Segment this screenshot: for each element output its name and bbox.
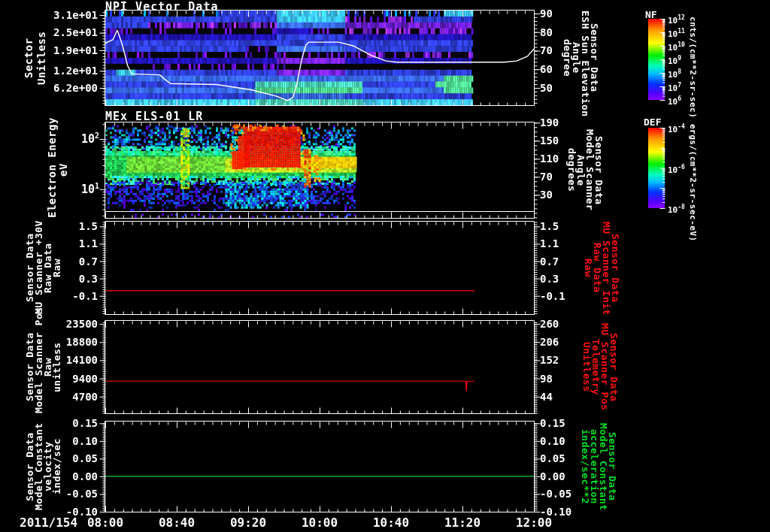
y-axis-tick-label-right: 50 [540,82,593,94]
y-axis-tick-label: 0.7 [23,255,98,268]
y-axis-tick-label: 14100 [23,354,98,366]
y-axis-tick-label-right: 152 [540,354,593,366]
y-axis-tick-label: 4700 [23,391,98,403]
y-axis-tick-label-right: 0.10 [540,435,593,447]
y-axis-tick-label: 23500 [23,318,98,330]
x-axis-tick-label: 08:40 [143,515,211,530]
y-axis-tick-label: 102 [44,131,99,146]
y-axis-tick-label-right: 70 [540,171,593,183]
panel2-title: MEx ELS-01 LR [105,110,203,123]
y-axis-tick-label-right: 80 [540,26,593,38]
colorbar-tick-label: 10-8 [668,204,693,215]
colorbar-tick-label: 1012 [668,14,693,26]
y-axis-tick-label-right: 1.1 [540,237,593,249]
y-axis-tick-label: -0.05 [23,488,98,500]
y-axis-tick-label-right: -0.1 [540,290,593,302]
y-axis-tick-label: 9400 [23,373,98,385]
y-axis-tick-label-right: 150 [540,135,593,147]
y-axis-tick-label: -0.1 [23,290,98,302]
y-axis-tick-label: 2.5e+01 [23,26,98,38]
y-axis-tick-label-right: 70 [540,44,593,56]
y-axis-tick-label-right: 30 [540,189,593,201]
colorbar-tick-label: 1010 [668,41,693,53]
y-axis-tick-label: 1.1 [23,237,98,249]
x-axis-tick-label: 09:20 [214,515,282,530]
y-axis-tick-label: 0.05 [23,452,98,464]
y-axis-tick-label-right: 0.05 [540,452,593,464]
y-axis-tick-label-right: 0.7 [540,255,593,268]
colorbar-nf-label: NF [645,9,657,20]
colorbar-def-units: ergs/(cm**2-sr-sec-eV) [688,119,697,246]
x-axis-tick-label: 11:20 [429,515,496,530]
y-axis-tick-label-right: 190 [540,116,593,128]
y-axis-tick-label-right: 90 [540,8,593,20]
y-axis-tick-label: 0.00 [23,470,98,482]
x-axis-tick-label: 10:00 [286,515,353,530]
figure: NPI Vector Data MEx ELS-01 LR Sector Uni… [0,0,770,532]
y-axis-tick-label: 3.1e+01 [23,9,98,21]
y-axis-tick-label: 0.15 [23,417,98,429]
y-axis-tick-label-right: 260 [540,318,593,330]
y-axis-tick-label: 1.9e+01 [23,44,98,56]
y-axis-tick-label-right: 110 [540,153,593,165]
y-axis-tick-label-right: -0.05 [540,488,593,500]
y-axis-tick-label: 6.2e+00 [23,82,98,94]
y-axis-tick-label: 1.5 [23,220,98,232]
colorbar-def-label: DEF [644,116,661,128]
y-axis-tick-label: 1.2e+01 [23,65,98,77]
colorbar-tick-label: 106 [668,95,693,107]
y-axis-tick-label: 0.3 [23,273,98,285]
y-axis-tick-label-right: 206 [540,336,593,348]
plot-canvas [0,0,770,532]
colorbar-tick-label: 10-6 [668,164,693,175]
y-axis-tick-label-right: 0.15 [540,417,593,429]
y-axis-tick-label-right: 1.5 [540,220,593,232]
y-axis-tick-label: 18800 [23,336,98,348]
colorbar-tick-label: 107 [668,82,693,93]
x-axis-tick-label: 12:00 [500,515,568,530]
y-axis-tick-label-right: 98 [540,373,593,385]
y-axis-tick-label: 0.10 [23,435,98,447]
colorbar-tick-label: 10-4 [668,123,693,135]
y-axis-tick-label-right: 44 [540,391,593,403]
panel1-title: NPI Vector Data [105,0,218,14]
colorbar-tick-label: 109 [668,55,693,66]
y-axis-tick-label-right: 0.00 [540,470,593,482]
y-axis-tick-label: 101 [44,182,99,196]
colorbar-tick-label: 1011 [668,28,693,39]
x-axis-tick-label: 10:40 [357,515,425,530]
colorbar-tick-label: 108 [668,68,693,80]
y-axis-tick-label-right: 60 [540,63,593,75]
x-axis-tick-label: 08:00 [71,515,139,530]
y-axis-tick-label-right: 0.3 [540,273,593,285]
